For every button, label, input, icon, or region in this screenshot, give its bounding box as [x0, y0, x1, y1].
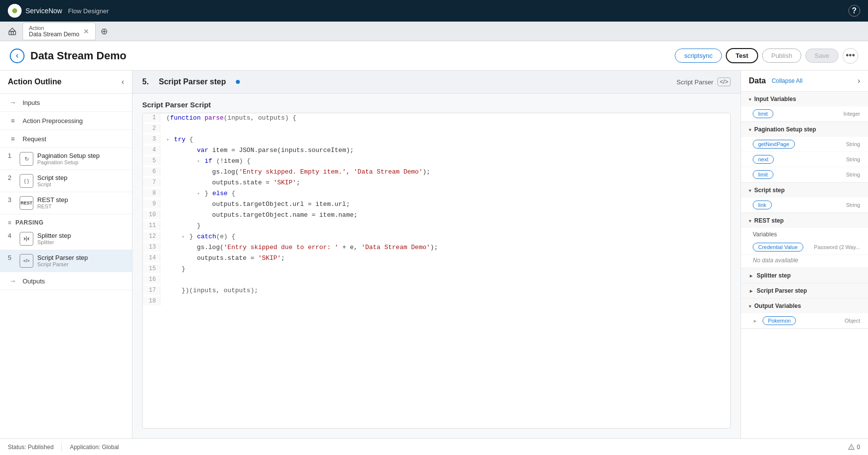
step-item-3[interactable]: 3 REST REST step REST — [0, 192, 132, 214]
input-variables-arrow: ▾ — [749, 97, 751, 102]
next-type: String — [846, 156, 860, 162]
tab-close-icon[interactable]: ✕ — [83, 28, 89, 35]
code-line-10: 10 outputs.targetObject.name = item.name… — [143, 210, 730, 221]
unsaved-indicator — [236, 80, 240, 84]
credential-value-type: Password (2 Way... — [814, 244, 860, 250]
script-parser-step-header[interactable]: ► Script Parser step — [741, 283, 868, 298]
collapse-all-link[interactable]: Collapse All — [772, 77, 803, 84]
warning-count: 0 — [857, 444, 860, 451]
step-item-1[interactable]: 1 ↻ Pagination Setup step Pagination Set… — [0, 148, 132, 170]
parsing-section-label: ≡ Parsing — [0, 214, 132, 228]
credential-value-tag[interactable]: Credential Value — [753, 243, 803, 252]
action-tab[interactable]: Action Data Stream Demo ✕ — [23, 23, 96, 40]
scriptsync-button[interactable]: scriptsync — [675, 49, 722, 63]
getNextPage-tag[interactable]: getNextPage — [753, 140, 795, 149]
step-4-name: Splitter step — [37, 232, 124, 239]
new-tab-button[interactable]: ⊕ — [98, 25, 111, 38]
step-3-type: REST — [37, 203, 124, 209]
code-panel: 5. Script Parser step Script Parser </> … — [132, 71, 740, 438]
data-section-rest-step: ▾ REST step Variables Credential Value P… — [741, 213, 868, 268]
step-type-right: Script Parser </> — [677, 77, 731, 86]
data-section-script-step: ▾ Script step link String — [741, 183, 868, 213]
sidebar-header: Action Outline ‹ — [0, 71, 132, 94]
sidebar-collapse-icon[interactable]: ‹ — [122, 77, 124, 86]
code-slash-icon: </> — [717, 77, 731, 86]
limit-input-tag[interactable]: limit — [753, 109, 773, 118]
code-line-8: 8 ▾ } else { — [143, 189, 730, 200]
script-section-title: Script Parser Script — [132, 94, 740, 113]
pagination-setup-arrow: ▾ — [749, 127, 751, 132]
output-variables-arrow: ▾ — [749, 303, 751, 309]
publish-button[interactable]: Publish — [762, 49, 802, 63]
step-2-info: Script step Script — [37, 174, 124, 187]
data-item-pokemon: ► Pokemon Object — [741, 313, 868, 329]
step-num-display: 5. — [142, 77, 149, 86]
step-item-5[interactable]: 5 </> Script Parser step Script Parser — [0, 250, 132, 272]
step-2-icon: { } — [20, 174, 33, 188]
code-editor[interactable]: 1 (function parse(inputs, outputs) { 2 3… — [142, 113, 731, 429]
limit-pagination-tag[interactable]: limit — [753, 170, 773, 179]
link-type: String — [846, 202, 860, 208]
collapse-arrow-8[interactable]: ▾ — [197, 191, 200, 197]
logo-dot — [12, 8, 17, 13]
code-line-3: 3 ▾ try { — [143, 135, 730, 146]
status-right: 0 — [848, 444, 860, 451]
step-name-display: Script Parser step — [159, 77, 226, 86]
splitter-step-header[interactable]: ► Splitter step — [741, 268, 868, 283]
no-data-label: No data available — [741, 255, 868, 268]
data-panel-title: Data — [749, 76, 766, 85]
collapse-arrow-5[interactable]: ▾ — [197, 159, 200, 164]
link-tag[interactable]: link — [753, 201, 772, 209]
data-item-limit-pagination: limit String — [741, 167, 868, 182]
step-item-2[interactable]: 2 { } Script step Script — [0, 170, 132, 192]
page-title: Data Stream Demo — [30, 50, 127, 62]
data-section-pagination-setup: ▾ Pagination Setup step getNextPage Stri… — [741, 122, 868, 183]
help-icon[interactable]: ? — [848, 5, 860, 17]
sidebar-item-outputs[interactable]: → Outputs — [0, 272, 132, 290]
input-variables-name: Input Variables — [754, 96, 796, 102]
tab-title: Data Stream Demo — [29, 31, 79, 38]
input-variables-header[interactable]: ▾ Input Variables — [741, 92, 868, 106]
step-3-info: REST step REST — [37, 196, 124, 209]
code-line-11: 11 } — [143, 221, 730, 232]
step-4-type: Splitter — [37, 239, 124, 245]
collapse-arrow-3[interactable]: ▾ — [166, 137, 169, 143]
header-actions: scriptsync Test Publish Save ••• — [675, 48, 858, 64]
output-variables-header[interactable]: ▾ Output Variables — [741, 299, 868, 313]
panel-toggle-icon[interactable]: › — [858, 76, 860, 85]
pagination-setup-name: Pagination Setup step — [754, 126, 816, 133]
save-button[interactable]: Save — [805, 49, 839, 63]
warning-icon — [848, 444, 855, 451]
rest-step-header[interactable]: ▾ REST step — [741, 213, 868, 228]
active-step-label: 5. Script Parser step — [142, 77, 240, 86]
more-options-button[interactable]: ••• — [842, 48, 858, 64]
collapse-arrow-12[interactable]: ▾ — [181, 234, 184, 240]
script-step-name: Script step — [754, 187, 785, 194]
header-bar: Data Stream Demo scriptsync Test Publish… — [0, 41, 868, 71]
splitter-step-arrow: ► — [749, 273, 754, 278]
sidebar-item-action-preprocessing[interactable]: ≡ Action Preprocessing — [0, 112, 132, 130]
data-section-input-variables: ▾ Input Variables limit Integer — [741, 92, 868, 122]
script-parser-step-arrow: ► — [749, 288, 754, 294]
home-button[interactable] — [4, 25, 21, 38]
pokemon-expand-arrow[interactable]: ► — [753, 318, 758, 324]
step-item-4[interactable]: 4 Splitter step Splitter — [0, 228, 132, 250]
next-tag[interactable]: next — [753, 155, 774, 164]
data-item-limit-input: limit Integer — [741, 106, 868, 122]
test-button[interactable]: Test — [726, 48, 758, 63]
pagination-setup-header[interactable]: ▾ Pagination Setup step — [741, 122, 868, 137]
servicenow-label: ServiceNow — [26, 7, 62, 15]
step-5-number: 5 — [8, 254, 16, 261]
limit-pagination-type: String — [846, 172, 860, 177]
tab-bar: Action Data Stream Demo ✕ ⊕ — [0, 22, 868, 41]
step-2-type: Script — [37, 181, 124, 187]
back-button[interactable] — [10, 49, 25, 63]
sidebar-item-request[interactable]: ≡ Request — [0, 130, 132, 148]
pokemon-tag[interactable]: Pokemon — [763, 316, 796, 325]
sidebar-item-inputs[interactable]: → Inputs — [0, 94, 132, 112]
logo-icon — [8, 4, 22, 18]
script-step-header[interactable]: ▾ Script step — [741, 183, 868, 198]
code-line-4: 4 var item = JSON.parse(inputs.sourceIte… — [143, 146, 730, 156]
splitter-step-name: Splitter step — [757, 272, 791, 279]
code-line-9: 9 outputs.targetObject.url = item.url; — [143, 200, 730, 210]
